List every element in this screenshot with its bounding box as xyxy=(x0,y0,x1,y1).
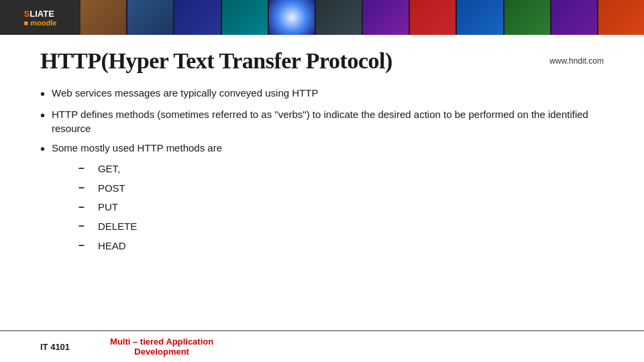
bullet-text-2: HTTP defines methods (sometimes referred… xyxy=(52,107,604,135)
banner-images xyxy=(80,0,644,35)
sub-item-get: – GET, xyxy=(78,159,604,178)
banner-image-11 xyxy=(551,0,597,35)
bullet-item-2: • HTTP defines methods (sometimes referr… xyxy=(40,107,604,135)
bullet-list: • Web services messages are typically co… xyxy=(40,86,604,255)
sub-item-post: – POST xyxy=(78,178,604,198)
main-content: HTTP(Hyper Text Transfer Protocol) www.h… xyxy=(0,35,644,267)
sub-item-head: – HEAD xyxy=(78,236,604,255)
sub-item-delete: – DELETE xyxy=(78,217,604,236)
banner-image-12 xyxy=(598,0,644,35)
bullet-dot-2: • xyxy=(40,107,45,123)
dash-2: – xyxy=(78,178,85,198)
website-url: www.hndit.com xyxy=(549,56,604,66)
bullet-item-3: • Some mostly used HTTP methods are – GE… xyxy=(40,141,604,255)
footer-course-code: IT 4101 xyxy=(40,342,70,352)
bullet-item-1: • Web services messages are typically co… xyxy=(40,86,604,102)
banner-image-8 xyxy=(410,0,455,35)
sub-list: – GET, – POST – PUT – DELETE xyxy=(52,159,604,255)
page-title: HTTP(Hyper Text Transfer Protocol) xyxy=(40,48,392,74)
banner-image-5 xyxy=(269,0,315,35)
logo: SLIATE ■ moodle xyxy=(0,0,80,35)
banner-image-6 xyxy=(316,0,362,35)
dash-1: – xyxy=(78,159,85,178)
dash-4: – xyxy=(78,217,85,236)
dash-3: – xyxy=(78,198,85,217)
banner-image-3 xyxy=(174,0,220,35)
banner-image-9 xyxy=(457,0,502,35)
banner-image-10 xyxy=(504,0,550,35)
bullet-text-3: Some mostly used HTTP methods are – GET,… xyxy=(52,141,604,255)
title-row: HTTP(Hyper Text Transfer Protocol) www.h… xyxy=(40,48,604,74)
footer-course-title: Multi – tiered Application Development xyxy=(110,337,213,357)
bullet-dot-3: • xyxy=(40,141,45,157)
bullet-dot-1: • xyxy=(40,86,45,102)
footer: IT 4101 Multi – tiered Application Devel… xyxy=(0,330,644,362)
logo-text: SLIATE ■ moodle xyxy=(24,9,57,27)
top-banner: SLIATE ■ moodle xyxy=(0,0,644,35)
banner-image-2 xyxy=(127,0,173,35)
dash-5: – xyxy=(78,236,85,255)
bullet-text-1: Web services messages are typically conv… xyxy=(52,86,604,100)
banner-image-1 xyxy=(80,0,126,35)
sub-item-put: – PUT xyxy=(78,198,604,217)
banner-image-7 xyxy=(363,0,409,35)
banner-image-4 xyxy=(222,0,268,35)
